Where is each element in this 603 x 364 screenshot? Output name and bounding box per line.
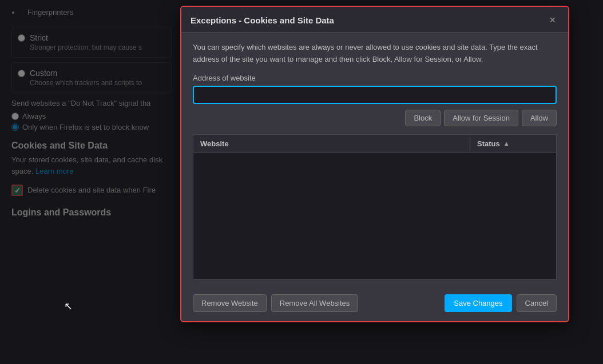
sort-arrow-icon: ▲ bbox=[503, 140, 510, 147]
table-body bbox=[193, 153, 556, 279]
remove-buttons: Remove Website Remove All Websites bbox=[193, 294, 358, 312]
allow-button[interactable]: Allow bbox=[522, 110, 557, 126]
dialog-footer: Remove Website Remove All Websites Save … bbox=[181, 289, 568, 321]
website-column-header: Website bbox=[193, 135, 470, 153]
dialog-body: You can specify which websites are alway… bbox=[181, 33, 568, 289]
address-input[interactable] bbox=[193, 86, 557, 104]
status-column-header[interactable]: Status ▲ bbox=[470, 135, 556, 153]
remove-all-button[interactable]: Remove All Websites bbox=[271, 294, 359, 312]
dialog-description: You can specify which websites are alway… bbox=[193, 42, 557, 66]
save-changes-button[interactable]: Save Changes bbox=[445, 294, 511, 312]
block-button[interactable]: Block bbox=[405, 110, 441, 126]
close-button[interactable]: × bbox=[546, 14, 559, 26]
remove-website-button[interactable]: Remove Website bbox=[193, 294, 267, 312]
action-buttons: Block Allow for Session Allow bbox=[193, 110, 557, 126]
save-cancel-buttons: Save Changes Cancel bbox=[445, 294, 557, 312]
address-label: Address of website bbox=[193, 74, 557, 82]
dialog-title: Exceptions - Cookies and Site Data bbox=[191, 15, 334, 25]
dialog-header: Exceptions - Cookies and Site Data × bbox=[181, 7, 568, 33]
table-header: Website Status ▲ bbox=[193, 135, 556, 153]
cancel-button[interactable]: Cancel bbox=[517, 294, 557, 312]
website-table: Website Status ▲ bbox=[193, 134, 557, 279]
exceptions-dialog: Exceptions - Cookies and Site Data × You… bbox=[180, 6, 569, 322]
allow-session-button[interactable]: Allow for Session bbox=[444, 110, 518, 126]
